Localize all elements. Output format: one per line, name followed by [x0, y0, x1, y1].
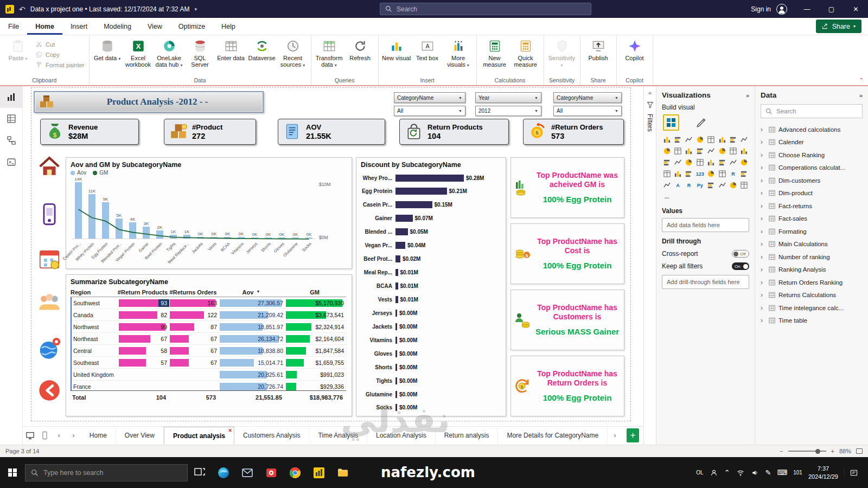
- gauge-visual-icon[interactable]: [728, 157, 738, 168]
- zoom-slider[interactable]: [788, 451, 826, 452]
- menu-item-optimize[interactable]: Optimize: [170, 18, 213, 35]
- collapse-data-icon[interactable]: »: [859, 92, 863, 99]
- field-choose-ranking[interactable]: ›Choose Ranking: [761, 149, 863, 162]
- edge-taskbar-icon[interactable]: [212, 457, 235, 488]
- values-field-well[interactable]: Add data fields here: [662, 218, 749, 232]
- mail-taskbar-icon[interactable]: [235, 457, 259, 488]
- ribbon-new-visual[interactable]: New visual: [381, 37, 412, 62]
- dax-query-view-button[interactable]: [0, 151, 23, 173]
- column-header-aov[interactable]: Aov ▼: [218, 289, 284, 296]
- new-page-button[interactable]: +: [627, 428, 639, 442]
- taskbar-clock[interactable]: 7:37 2024/12/29: [808, 465, 838, 481]
- desktop-layout-icon[interactable]: [23, 427, 37, 444]
- decomposition-tree-visual-icon[interactable]: [662, 180, 672, 190]
- line-clustered-column-visual-icon[interactable]: [673, 146, 682, 156]
- matrix-visual-icon[interactable]: [717, 169, 727, 179]
- menu-item-insert[interactable]: Insert: [62, 18, 95, 35]
- maximize-button[interactable]: ▢: [819, 0, 844, 18]
- filters-pane-collapsed[interactable]: « Filters: [643, 86, 656, 445]
- kpi-return-products[interactable]: Return Products104: [399, 119, 509, 145]
- field-number-of-ranking[interactable]: ›Number of ranking: [761, 251, 863, 264]
- summary-table-card[interactable]: Summarize SubcategoryName Region#Return …: [66, 274, 352, 416]
- people-icon[interactable]: [37, 290, 62, 314]
- table-visual-icon[interactable]: [706, 169, 716, 179]
- field-calender[interactable]: ›Calender: [761, 136, 863, 149]
- page-tab-over-view[interactable]: Over View: [116, 427, 164, 444]
- more-options-visual-icon[interactable]: …: [662, 191, 672, 202]
- discount-row[interactable]: Jackets$0.00M: [361, 323, 501, 330]
- map-visual-icon[interactable]: [684, 157, 694, 168]
- insight-card-100-egg-protein[interactable]: Top ProductName was acheived GM is100% E…: [510, 157, 624, 218]
- menu-item-modeling[interactable]: Modeling: [95, 18, 139, 35]
- page-tab-customers-analysis[interactable]: Customers Analysis: [234, 427, 309, 444]
- user-tray-icon[interactable]: [710, 468, 718, 477]
- discount-row[interactable]: Gloves$0.00M: [361, 350, 501, 357]
- calendar-icon[interactable]: [37, 246, 62, 271]
- powerbi-taskbar-icon[interactable]: [307, 457, 331, 488]
- pie-visual-icon[interactable]: [739, 146, 749, 156]
- field-fact-returns[interactable]: ›Fact-returns: [761, 200, 863, 213]
- 100-stacked-column-visual-icon[interactable]: [717, 134, 727, 145]
- format-visual-tab[interactable]: [695, 117, 707, 129]
- discount-row[interactable]: Whey Pro...$0.28M: [361, 174, 501, 182]
- slicer-field-dropdown[interactable]: CategoryName▼: [394, 92, 465, 103]
- title-caret-icon[interactable]: ▾: [194, 7, 197, 12]
- slicer-field-dropdown[interactable]: CategoryName▼: [553, 92, 622, 103]
- column-header-return-products[interactable]: #Return Products: [117, 289, 168, 296]
- discount-row[interactable]: Egg Protein$0.21M: [361, 188, 501, 195]
- insight-card-100-egg-protein[interactable]: $Top ProductName has Cost is100% Egg Pro…: [510, 223, 624, 284]
- card-123-visual-icon[interactable]: 123: [695, 169, 705, 179]
- sign-in-link[interactable]: Sign in: [751, 5, 771, 13]
- column-header-returns-orders[interactable]: #Returns Orders: [168, 289, 218, 296]
- stacked-bar-visual-icon[interactable]: [662, 134, 672, 145]
- table-row[interactable]: United Kingdom20,825.61$991,023: [72, 369, 346, 381]
- page-tab-time-analysis[interactable]: Time Analysis: [309, 427, 367, 444]
- combo-chart-card[interactable]: Aov and GM by SubcategoryName AovGM 14KC…: [66, 157, 352, 269]
- data-search[interactable]: [761, 104, 863, 118]
- expand-filters-icon[interactable]: «: [648, 89, 652, 96]
- scatter-visual-icon[interactable]: [728, 146, 738, 156]
- card-visual-icon[interactable]: [739, 157, 749, 168]
- line-stacked-column-visual-icon[interactable]: [684, 146, 694, 156]
- slicer-field-dropdown[interactable]: Year▼: [475, 92, 541, 103]
- model-view-button[interactable]: [0, 130, 23, 151]
- treemap-visual-icon[interactable]: [673, 157, 682, 168]
- menu-item-file[interactable]: File: [0, 18, 27, 35]
- clustered-column-visual-icon[interactable]: [695, 134, 705, 145]
- gift-taskbar-icon[interactable]: [259, 457, 283, 488]
- metrics-visual-icon[interactable]: [717, 180, 727, 190]
- zoom-in-icon[interactable]: +: [831, 448, 834, 454]
- mobile-layout-icon[interactable]: [37, 427, 52, 444]
- table-row[interactable]: Canada8212221,209.42$3,673,541: [72, 309, 346, 321]
- table-row[interactable]: Southeast576715,014.71$1,659,755: [72, 357, 346, 369]
- page-tab-home[interactable]: Home: [81, 427, 116, 444]
- field-comperations-calculat[interactable]: ›Comperations calculat...: [761, 162, 863, 175]
- ribbon-publish[interactable]: Publish: [583, 37, 614, 62]
- discount-row[interactable]: Gainer$0.07M: [361, 215, 501, 222]
- table-row[interactable]: Northwest998718,851.97$2,324,914: [72, 321, 346, 333]
- field-main-calculations[interactable]: ›Main Calculations: [761, 238, 863, 251]
- field-formating[interactable]: ›Formating: [761, 225, 863, 238]
- discount-row[interactable]: Shorts$0.00M: [361, 363, 501, 371]
- insight-card-serious-mass-gainer[interactable]: Top ProductName has Customers isSerious …: [510, 290, 624, 350]
- r-script-visual-icon[interactable]: R: [728, 169, 738, 179]
- donut-visual-icon[interactable]: [662, 157, 672, 168]
- chrome-taskbar-icon[interactable]: [283, 457, 307, 488]
- minimize-button[interactable]: —: [795, 0, 819, 18]
- field-returns-calculations[interactable]: ›Returns Calculations: [761, 289, 863, 302]
- line-visual-icon[interactable]: [728, 134, 738, 145]
- filled-map-visual-icon[interactable]: [695, 157, 705, 168]
- prev-page-arrow[interactable]: ‹: [52, 427, 66, 444]
- home-icon[interactable]: [37, 154, 62, 179]
- ribbon-refresh[interactable]: Refresh: [345, 37, 375, 62]
- ribbon-dataverse[interactable]: Dataverse: [247, 37, 277, 62]
- page-tab-return-analysis[interactable]: Return analysis: [436, 427, 499, 444]
- undo-icon[interactable]: ↶: [19, 5, 25, 14]
- chevron-up-icon[interactable]: ⌃: [724, 468, 730, 477]
- paginated-report-visual-icon[interactable]: [728, 180, 738, 190]
- notification-center-icon[interactable]: [844, 468, 863, 477]
- column-header-gm[interactable]: GM: [284, 289, 345, 296]
- report-view-button[interactable]: [0, 86, 23, 108]
- ribbon-excel-workbook[interactable]: XExcel workbook: [123, 37, 154, 69]
- discount-row[interactable]: Blended ...$0.05M: [361, 228, 501, 236]
